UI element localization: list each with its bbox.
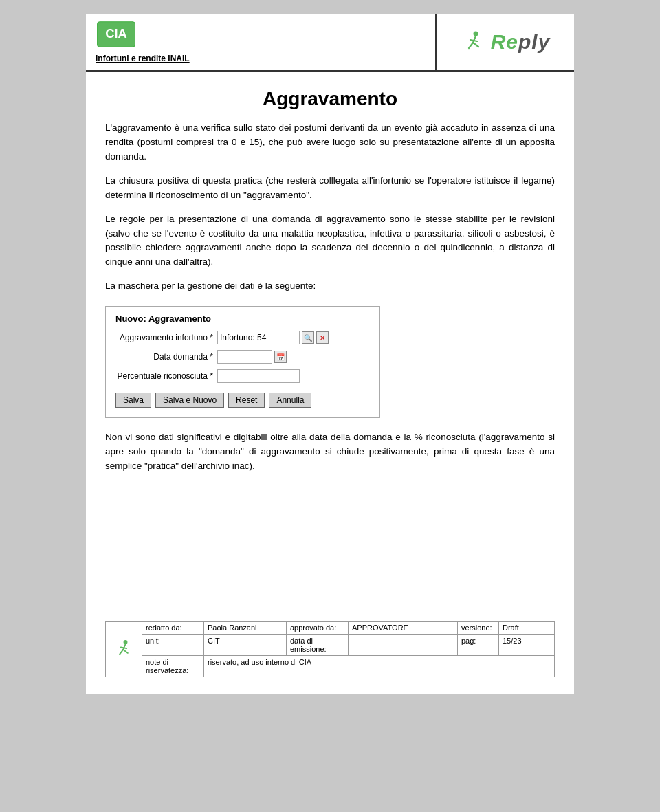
svg-line-10	[123, 650, 128, 653]
footer-data-emissione-label: data di emissione:	[287, 635, 349, 655]
form-buttons: Salva Salva e Nuovo Reset Annulla	[116, 393, 370, 408]
reply-text: Reply	[491, 30, 551, 54]
page: CIA Infortuni e rendite INAIL Reply	[86, 14, 574, 694]
footer-row-3: note di riservatezza: riservato, ad uso …	[142, 656, 554, 677]
footer-row-2: unit: CIT data di emissione: pag: 15/23	[142, 635, 554, 656]
cia-logo: CIA	[96, 21, 137, 48]
footer-unit-label: unit:	[142, 635, 204, 655]
svg-text:CIA: CIA	[105, 26, 127, 41]
page-title: Aggravamento	[105, 88, 555, 110]
footer-redatto-value: Paola Ranzani	[204, 622, 287, 634]
svg-line-6	[470, 40, 477, 41]
bottom-text: Non vi sono dati significativi e digitab…	[105, 430, 555, 474]
save-button[interactable]: Salva	[116, 393, 151, 408]
save-new-button[interactable]: Salva e Nuovo	[155, 393, 224, 408]
reply-logo: Reply	[461, 29, 551, 55]
svg-line-5	[473, 43, 478, 47]
paragraph-1: L'aggravamento è una verifica sullo stat…	[105, 121, 555, 164]
calendar-icon[interactable]: 📅	[274, 351, 287, 363]
footer-pag-label: pag:	[458, 635, 499, 655]
form-container: Nuovo: Aggravamento Aggravamento infortu…	[105, 306, 380, 418]
cancel-button[interactable]: Annulla	[269, 393, 311, 408]
footer-versione-label: versione:	[458, 622, 499, 634]
data-icons: 📅	[274, 351, 287, 363]
header-left: CIA Infortuni e rendite INAIL	[86, 14, 437, 70]
reply-icon	[461, 29, 487, 55]
label-infortuno: Aggravamento infortuno	[116, 333, 217, 342]
header-right: Reply	[437, 14, 574, 70]
footer-redatto-label: redatto da:	[142, 622, 204, 634]
footer-note-label: note di riservatezza:	[142, 656, 204, 677]
input-data[interactable]	[217, 350, 272, 364]
footer-note-value: riservato, ad uso interno di CIA	[204, 656, 554, 677]
footer-wrapper: redatto da: Paola Ranzani approvato da: …	[105, 483, 555, 677]
svg-line-9	[120, 650, 123, 655]
footer-info: redatto da: Paola Ranzani approvato da: …	[142, 622, 554, 677]
reset-button[interactable]: Reset	[228, 393, 265, 408]
svg-line-4	[469, 43, 473, 48]
label-percentuale: Percentuale riconosciuta	[116, 371, 217, 381]
footer-approvato-label: approvato da:	[287, 622, 349, 634]
footer-logo-cell	[106, 622, 142, 677]
search-icon[interactable]: 🔍	[302, 331, 314, 344]
form-title: Nuovo: Aggravamento	[116, 314, 370, 324]
header: CIA Infortuni e rendite INAIL Reply	[86, 14, 574, 72]
label-data: Data domanda	[116, 352, 217, 362]
paragraph-4: La maschera per la gestione dei dati è l…	[105, 279, 555, 294]
footer-data-emissione-value	[349, 635, 458, 655]
footer-reply-icon	[113, 638, 135, 660]
paragraph-2: La chiusura positiva di questa pratica (…	[105, 174, 555, 203]
svg-line-11	[121, 647, 126, 648]
footer-approvato-value: APPROVATORE	[349, 622, 458, 634]
input-infortuno[interactable]	[217, 331, 300, 344]
clear-icon[interactable]: ✕	[316, 331, 329, 344]
footer-unit-value: CIT	[204, 635, 287, 655]
form-row-infortuno: Aggravamento infortuno 🔍 ✕	[116, 331, 370, 344]
form-row-percentuale: Percentuale riconosciuta	[116, 369, 370, 383]
form-row-data: Data domanda 📅	[116, 350, 370, 364]
footer-versione-value: Draft	[499, 622, 554, 634]
footer-row-1: redatto da: Paola Ranzani approvato da: …	[142, 622, 554, 635]
input-percentuale[interactable]	[217, 369, 300, 383]
main-content: Aggravamento L'aggravamento è una verifi…	[86, 72, 574, 694]
infortuno-icons: 🔍 ✕	[302, 331, 329, 344]
paragraph-3: Le regole per la presentazione di una do…	[105, 212, 555, 270]
footer-table: redatto da: Paola Ranzani approvato da: …	[105, 621, 555, 677]
company-name: Infortuni e rendite INAIL	[96, 54, 426, 63]
footer-pag-value: 15/23	[499, 635, 554, 655]
